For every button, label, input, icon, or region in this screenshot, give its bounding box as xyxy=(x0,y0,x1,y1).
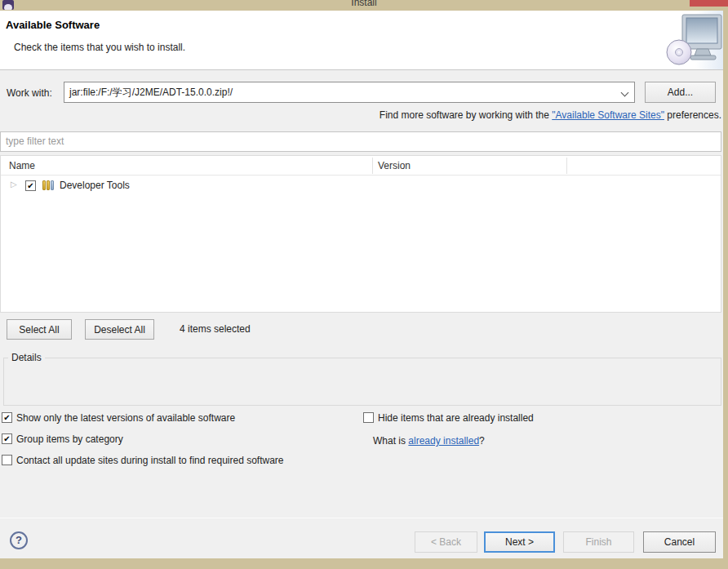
contact-sites-checkbox[interactable] xyxy=(2,455,12,465)
already-installed-link[interactable]: already installed xyxy=(408,435,479,447)
filter-input[interactable]: type filter text xyxy=(0,131,721,152)
software-table: Name Version ▷ ✔ Developer Tools xyxy=(0,155,721,313)
close-button[interactable] xyxy=(690,0,728,7)
page-subtitle: Check the items that you wish to install… xyxy=(14,42,185,53)
column-name[interactable]: Name xyxy=(9,160,35,171)
table-header: Name Version xyxy=(1,156,721,176)
help-button[interactable]: ? xyxy=(10,531,28,549)
work-with-value: jar:file:/F:/学习/J2ME/ADT-15.0.0.zip!/ xyxy=(69,87,233,98)
chevron-down-icon[interactable] xyxy=(621,89,629,97)
details-panel xyxy=(3,358,721,406)
work-with-combo[interactable]: jar:file:/F:/学习/J2ME/ADT-15.0.0.zip!/ xyxy=(64,82,635,103)
row-label: Developer Tools xyxy=(60,180,130,191)
hide-installed-checkbox[interactable] xyxy=(363,412,374,423)
select-all-button[interactable]: Select All xyxy=(7,319,72,340)
window-title: Install xyxy=(0,0,728,8)
work-with-label: Work with: xyxy=(7,87,52,99)
add-button[interactable]: Add... xyxy=(645,82,716,103)
expand-icon[interactable]: ▷ xyxy=(11,180,17,189)
titlebar[interactable]: Install xyxy=(0,0,728,11)
finish-button: Finish xyxy=(563,531,634,553)
window-border-bottom[interactable] xyxy=(0,558,728,569)
next-button[interactable]: Next > xyxy=(484,531,555,553)
available-software-sites-link[interactable]: "Available Software Sites" xyxy=(552,109,664,121)
page-title: Available Software xyxy=(6,19,100,31)
category-icon xyxy=(42,180,55,190)
back-button: < Back xyxy=(415,531,477,553)
column-divider[interactable] xyxy=(372,158,373,174)
find-more-hint: Find more software by working with the "… xyxy=(0,109,721,121)
install-software-icon xyxy=(666,14,723,68)
deselect-all-button[interactable]: Deselect All xyxy=(85,319,154,340)
what-is-installed-line: What is already installed? xyxy=(373,435,485,447)
column-version[interactable]: Version xyxy=(378,160,411,171)
table-row[interactable]: ▷ ✔ Developer Tools xyxy=(1,176,721,195)
row-checkbox[interactable]: ✔ xyxy=(25,180,36,191)
install-dialog: Install Available Software Check the ite… xyxy=(0,0,728,569)
cancel-button[interactable]: Cancel xyxy=(643,531,716,553)
group-by-category-checkbox[interactable]: ✔ xyxy=(2,433,12,444)
wizard-header: Available Software Check the items that … xyxy=(0,11,728,70)
details-label: Details xyxy=(8,352,45,363)
footer-divider xyxy=(0,518,723,518)
selection-status: 4 items selected xyxy=(180,323,251,335)
window-border-right[interactable] xyxy=(723,0,728,569)
show-latest-checkbox[interactable]: ✔ xyxy=(2,412,12,423)
column-divider[interactable] xyxy=(566,158,567,174)
